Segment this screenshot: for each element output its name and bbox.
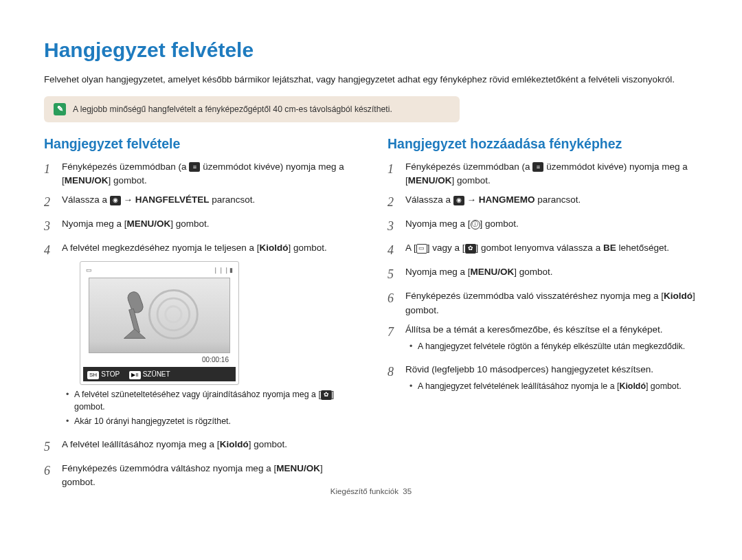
pause-label: SZÜNET bbox=[143, 370, 170, 378]
macro-icon: ✿ bbox=[465, 244, 476, 254]
step-number: 1 bbox=[44, 160, 56, 188]
intro-text: Felvehet olyan hangjegyzetet, amelyet ké… bbox=[44, 73, 698, 87]
section-heading-right: Hangjegyzet hozzáadása fényképhez bbox=[387, 136, 698, 152]
battery-icon: ❘❘❘▮ bbox=[213, 266, 233, 276]
footer-page-number: 35 bbox=[403, 487, 412, 495]
page: Hangjegyzet felvétele Felvehet olyan han… bbox=[0, 0, 742, 502]
stop-label: STOP bbox=[101, 370, 120, 378]
step-body: A felvétel leállításához nyomja meg a [K… bbox=[62, 438, 355, 456]
step-body: Nyomja meg a [MENU/OK] gombot. bbox=[62, 217, 355, 236]
step-4: 4 A felvétel megkezdéséhez nyomja le tel… bbox=[44, 241, 355, 432]
step-1: 1 Fényképezés üzemmódban (a ≡ üzemmódot … bbox=[44, 160, 355, 188]
step-6: 6 Fényképezés üzemmódra váltáshoz nyomja… bbox=[44, 462, 355, 490]
timer-icon: ⓘ bbox=[471, 220, 480, 229]
step-body: Fényképezés üzemmódban (a ≡ üzemmódot ki… bbox=[405, 160, 698, 188]
text: ] gombot. bbox=[288, 243, 326, 253]
text: Rövid (legfeljebb 10 másodperces) hangje… bbox=[405, 364, 653, 374]
svg-point-1 bbox=[157, 298, 190, 331]
step-number: 3 bbox=[387, 217, 400, 236]
step-2: 2 Válassza a ◉ → HANGMEMO parancsot. bbox=[387, 193, 698, 212]
text: parancsot. bbox=[210, 194, 256, 205]
step-4: 4 A [▭] vagy a [✿] gombot lenyomva válas… bbox=[387, 241, 698, 260]
movie-mode-icon: ≡ bbox=[532, 162, 543, 172]
step-number: 2 bbox=[44, 193, 56, 212]
shutter-label: Kioldó bbox=[619, 381, 646, 391]
step-5: 5 Nyomja meg a [MENU/OK] gombot. bbox=[387, 265, 698, 284]
text: A felvétel szüneteltetéséhez vagy újrain… bbox=[74, 390, 321, 399]
step-body: Válassza a ◉ → HANGFELVÉTEL parancsot. bbox=[62, 193, 355, 212]
step-8: 8 Rövid (legfeljebb 10 másodperces) hang… bbox=[387, 363, 698, 397]
command-label: HANGMEMO bbox=[479, 194, 535, 205]
bullet: A hangjegyzet felvétele rögtön a fénykép… bbox=[409, 341, 698, 353]
text: Fényképezés üzemmódban (a bbox=[62, 161, 189, 172]
text: Állítsa be a témát a keresőmezőbe, és ké… bbox=[405, 324, 662, 335]
text: A felvétel leállításához nyomja meg a [ bbox=[62, 439, 220, 449]
step-number: 4 bbox=[44, 241, 56, 432]
arrow: → bbox=[467, 194, 479, 205]
note-icon: ✎ bbox=[54, 103, 66, 115]
step-body: A [▭] vagy a [✿] gombot lenyomva válassz… bbox=[405, 241, 698, 260]
text: ] gombot. bbox=[109, 175, 147, 186]
stop-control: SHSTOP bbox=[87, 369, 120, 379]
text: lehetőséget. bbox=[616, 243, 669, 253]
text: ] gombot. bbox=[170, 219, 209, 229]
bullet: Akár 10 órányi hangjegyzetet is rögzíthe… bbox=[66, 416, 355, 428]
text: A felvétel megkezdéséhez nyomja le telje… bbox=[62, 243, 259, 253]
text: Nyomja meg a [ bbox=[405, 219, 471, 229]
svg-point-2 bbox=[166, 306, 181, 322]
menu-ok-label: MENU/OK bbox=[127, 219, 171, 229]
step-body: A felvétel megkezdéséhez nyomja le telje… bbox=[62, 241, 355, 432]
step-body: Fényképezés üzemmódra váltáshoz nyomja m… bbox=[62, 462, 355, 490]
macro-icon: ✿ bbox=[321, 390, 332, 400]
lcd-status-bar: ▭ ❘❘❘▮ bbox=[83, 265, 236, 278]
on-label: BE bbox=[603, 243, 616, 253]
tip-text: A legjobb minőségű hangfelvételt a fényk… bbox=[73, 104, 392, 114]
pause-icon: ▶II bbox=[129, 371, 140, 379]
step-number: 6 bbox=[387, 289, 400, 317]
page-title: Hangjegyzet felvétele bbox=[44, 38, 698, 62]
text: Válassza a bbox=[405, 194, 453, 205]
cassette-icon: ▭ bbox=[86, 266, 92, 276]
page-footer: Kiegészítő funkciók 35 bbox=[0, 487, 742, 495]
column-right: Hangjegyzet hozzáadása fényképhez 1 Fény… bbox=[387, 136, 698, 495]
step-number: 5 bbox=[387, 265, 400, 284]
step-body: Fényképezés üzemmódba való visszatéréshe… bbox=[405, 289, 698, 317]
step-1: 1 Fényképezés üzemmódban (a ≡ üzemmódot … bbox=[387, 160, 698, 188]
step-body: Nyomja meg a [MENU/OK] gombot. bbox=[405, 265, 698, 284]
text: parancsot. bbox=[535, 194, 581, 205]
text: Nyomja meg a [ bbox=[405, 267, 471, 277]
menu-ok-label: MENU/OK bbox=[471, 267, 515, 277]
step-number: 5 bbox=[44, 438, 56, 456]
step-number: 2 bbox=[387, 193, 400, 212]
step-body: Nyomja meg a [ⓘ] gombot. bbox=[405, 217, 698, 236]
text: ] gombot lenyomva válassza a bbox=[476, 243, 603, 253]
note-bullets: A felvétel szüneteltetéséhez vagy újrain… bbox=[66, 389, 355, 428]
text: ] gombot. bbox=[514, 267, 552, 277]
step-2: 2 Válassza a ◉ → HANGFELVÉTEL parancsot. bbox=[44, 193, 355, 212]
camera-icon: ◉ bbox=[453, 196, 464, 205]
step-3: 3 Nyomja meg a [MENU/OK] gombot. bbox=[44, 217, 355, 236]
step-number: 7 bbox=[387, 323, 400, 357]
shutter-label: Kioldó bbox=[259, 243, 288, 253]
menu-ok-label: MENU/OK bbox=[408, 175, 452, 186]
lcd-picture-area bbox=[89, 278, 230, 353]
stop-icon: SH bbox=[87, 371, 99, 379]
text: Nyomja meg a [ bbox=[62, 219, 127, 229]
section-heading-left: Hangjegyzet felvétele bbox=[44, 136, 355, 152]
text: Válassza a bbox=[62, 194, 110, 205]
footer-section: Kiegészítő funkciók bbox=[330, 487, 398, 495]
step-6: 6 Fényképezés üzemmódba való visszatérés… bbox=[387, 289, 698, 317]
tip-box: ✎ A legjobb minőségű hangfelvételt a fén… bbox=[44, 96, 460, 122]
menu-ok-label: MENU/OK bbox=[65, 175, 109, 186]
step-body: Válassza a ◉ → HANGMEMO parancsot. bbox=[405, 193, 698, 212]
movie-mode-icon: ≡ bbox=[189, 162, 200, 172]
steps-right: 1 Fényképezés üzemmódban (a ≡ üzemmódot … bbox=[387, 160, 698, 397]
shutter-label: Kioldó bbox=[664, 291, 693, 301]
step-3: 3 Nyomja meg a [ⓘ] gombot. bbox=[387, 217, 698, 236]
svg-rect-3 bbox=[126, 291, 144, 315]
text: Fényképezés üzemmódba való visszatéréshe… bbox=[405, 291, 664, 301]
bullet: A felvétel szüneteltetéséhez vagy újrain… bbox=[66, 389, 355, 414]
steps-left: 1 Fényképezés üzemmódban (a ≡ üzemmódot … bbox=[44, 160, 355, 490]
step-number: 4 bbox=[387, 241, 400, 260]
lcd-controls: SHSTOP ▶IISZÜNET bbox=[83, 367, 236, 381]
